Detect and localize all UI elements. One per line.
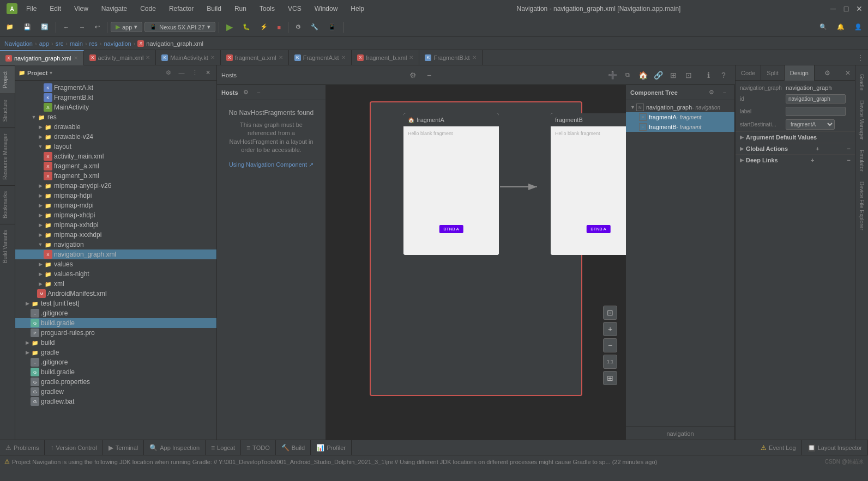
menubar-navigate[interactable]: Navigate [97,4,131,14]
nav-help-button[interactable]: ? [716,68,731,82]
vtab-build-variants[interactable]: Build Variants [0,224,15,269]
tree-item-gradlew[interactable]: G gradlew [15,387,216,397]
menubar-view[interactable]: View [70,4,93,14]
tab-close-fragment-a-kt[interactable]: ✕ [341,54,346,60]
avd-button[interactable]: 📱 [324,20,340,34]
frag-b-btn[interactable]: BTNB A [586,225,610,233]
search-everywhere-button[interactable]: 🔍 [816,20,831,34]
menubar-build[interactable]: Build [202,4,226,14]
bc-main[interactable]: main [70,40,83,47]
tree-item-values-night[interactable]: ▶ 📁 values-night [15,269,216,279]
bc-navigation[interactable]: navigation [104,40,131,47]
tree-item-res[interactable]: ▼ 📁 res [15,112,216,122]
project-close-icon[interactable]: ✕ [202,68,213,78]
settings-button[interactable]: ⚙ [292,20,305,34]
version-control-button[interactable]: ↑ Version Control [45,440,103,455]
tab-activity-main[interactable]: X activity_main.xml ✕ [84,50,156,65]
tree-item-build-folder[interactable]: ▶ 📁 build [15,338,216,348]
comp-tree-minus-button[interactable]: − [719,87,730,98]
tab-fragment-a-kt[interactable]: K FragmentA.kt ✕ [289,50,352,65]
zoom-in-button[interactable]: + [603,322,617,336]
tree-item-build-gradle-app[interactable]: G build.gradle [15,318,216,328]
logcat-button[interactable]: ≡ Logcat [206,440,241,455]
terminal-button[interactable]: ▶ Terminal [103,440,144,455]
vtab-bookmarks[interactable]: Bookmarks [0,185,15,224]
project-settings-icon[interactable]: ⋮ [189,68,200,78]
nav-question-button[interactable]: ℹ [701,68,715,82]
notification-button[interactable]: 🔔 [833,20,848,34]
fragment-a-node[interactable]: 🏠 fragmentA Hello blank fragment BTNB A [403,113,499,255]
comp-item-fragment-b[interactable]: F fragmentB - fragment [626,122,734,132]
tree-item-fragment-b-xml[interactable]: X fragment_b.xml [15,171,216,181]
tree-item-mipmap-anydpi[interactable]: ▶ 📁 mipmap-anydpi-v26 [15,181,216,191]
menubar-tools[interactable]: Tools [255,4,279,14]
vtab-resource-manager[interactable]: Resource Manager [0,127,15,185]
tree-item-mipmap-xxxhdpi[interactable]: ▶ 📁 mipmap-xxxhdpi [15,230,216,240]
tab-close-fragment-b-kt[interactable]: ✕ [472,54,477,60]
menubar-file[interactable]: File [22,4,41,14]
host-link[interactable]: Using Navigation Component ↗ [226,161,317,168]
nav-fit-button[interactable]: ⊞ [666,68,680,82]
tab-main-activity[interactable]: K MainActivity.kt ✕ [156,50,220,65]
device-file-explorer-button[interactable]: Device File Explorer [858,177,866,234]
tree-item-layout[interactable]: ▼ 📁 layout [15,142,216,151]
recent-files-button[interactable]: ↩ [91,20,104,34]
layout-inspector-button[interactable]: 🔲 Layout Inspector [802,440,868,455]
vtab-project[interactable]: Project [0,65,15,94]
vtab-structure[interactable]: Structure [0,94,15,127]
bc-res[interactable]: res [89,40,98,47]
tree-item-proguard[interactable]: P proguard-rules.pro [15,328,216,338]
comp-tree-gear-button[interactable]: ⚙ [706,87,717,98]
run-button[interactable]: ▶ [222,20,237,34]
project-dropdown-arrow[interactable]: ▾ [50,70,52,76]
problems-button[interactable]: ⚠ Problems [0,440,45,455]
split-tab[interactable]: Split [761,65,784,81]
attr-section-deep-links[interactable]: ▶ Deep Links + − [736,154,855,166]
device-manager-tool-button[interactable]: Device Manager [858,96,866,144]
tree-item-activity-main-xml[interactable]: X activity_main.xml [15,151,216,161]
frag-a-btn[interactable]: BTNB A [439,225,463,233]
project-collapse-icon[interactable]: — [176,68,187,78]
tree-item-gradle-folder[interactable]: ▶ 📁 gradle [15,348,216,357]
maximize-button[interactable]: □ [842,4,851,13]
tree-item-mipmap-hdpi[interactable]: ▶ 📁 mipmap-hdpi [15,191,216,200]
tree-item-nav-graph-xml[interactable]: X navigation_graph.xml [15,249,216,259]
hosts-gear-button[interactable]: ⚙ [240,87,251,98]
menubar-run[interactable]: Run [230,4,251,14]
sync-button[interactable]: 🔄 [37,20,52,34]
tree-item-gitignore-root[interactable]: . .gitignore [15,357,216,367]
close-button[interactable]: ✕ [855,4,864,13]
back-button[interactable]: ← [59,20,73,34]
device-dropdown[interactable]: 📱 Nexus 5X API 27 ▾ [144,22,215,32]
tree-item-gitignore-app[interactable]: . .gitignore [15,308,216,318]
deep-links-add-button[interactable]: + [811,157,814,163]
user-button[interactable]: 👤 [851,20,866,34]
menubar-refactor[interactable]: Refactor [165,4,198,14]
attr-input-label[interactable] [786,107,846,116]
stop-button[interactable]: ■ [274,20,285,34]
save-button[interactable]: 💾 [20,20,35,34]
bc-navigation[interactable]: Navigation [4,40,33,47]
forward-button[interactable]: → [75,20,89,34]
deep-links-remove-button[interactable]: − [847,157,851,163]
tab-nav-graph[interactable]: X navigation_graph.xml ✕ [0,50,84,65]
nav-expand-button[interactable]: ⊡ [682,68,696,82]
tab-fragment-b-xml[interactable]: X fragment_b.xml ✕ [352,50,420,65]
profile-button[interactable]: ⚡ [256,20,272,34]
comp-item-nav-graph[interactable]: ▼ N navigation_graph - navigation [626,102,734,112]
hosts-minus-button[interactable]: − [422,68,436,82]
comp-item-fragment-a[interactable]: F fragmentA - fragment [626,112,734,122]
tab-close-main-activity[interactable]: ✕ [210,54,215,60]
build-button[interactable]: 🔨 Build [276,440,311,455]
global-actions-add-button[interactable]: + [816,145,819,152]
emulator-tool-button[interactable]: Emulator [858,145,866,176]
tree-item-gradle-properties[interactable]: G gradle.properties [15,377,216,387]
fragment-b-node[interactable]: fragmentB Hello blank fragment BTNB A [551,113,626,255]
todo-button[interactable]: ≡ TODO [241,440,276,455]
bc-app[interactable]: app [39,40,49,47]
new-destination-button[interactable]: ➕ [605,68,619,82]
tree-item-mipmap-mdpi[interactable]: ▶ 📁 mipmap-mdpi [15,200,216,210]
sdk-button[interactable]: 🔧 [307,20,322,34]
hosts-collapse-button[interactable]: − [254,87,264,98]
tree-item-main-activity[interactable]: A MainActivity [15,102,216,112]
